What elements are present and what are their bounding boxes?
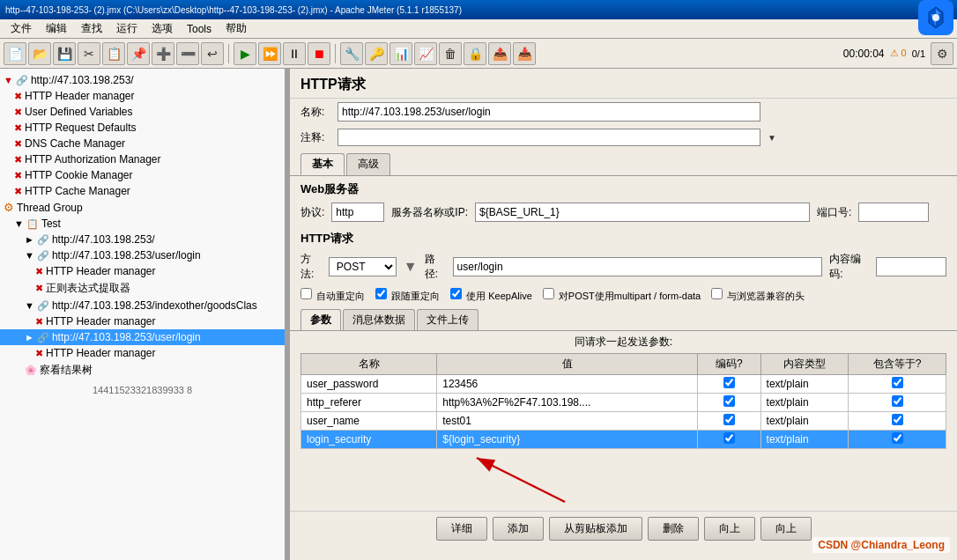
- tree-item-req-goods[interactable]: ▼ 🔗 http://47.103.198.253/indexother/goo…: [0, 298, 285, 313]
- toolbar-settings[interactable]: 🔧: [340, 42, 363, 65]
- param-encode-3[interactable]: [698, 412, 760, 431]
- toolbar-key[interactable]: 🔑: [365, 42, 388, 65]
- tree-item-header1[interactable]: ✖ HTTP Header manager: [0, 88, 285, 104]
- toolbar-paste[interactable]: 📌: [127, 42, 150, 65]
- toolbar-chart[interactable]: 📊: [389, 42, 412, 65]
- method-select[interactable]: POST GET PUT DELETE: [329, 257, 397, 276]
- toolbar-copy[interactable]: 📋: [102, 42, 125, 65]
- port-input[interactable]: [858, 203, 929, 222]
- tree-item-cookie[interactable]: ✖ HTTP Cookie Manager: [0, 167, 285, 183]
- tab-basic[interactable]: 基本: [300, 153, 345, 175]
- expand-btn[interactable]: ▼: [766, 133, 778, 143]
- opt-keep-alive[interactable]: 使用 KeepAlive: [450, 288, 532, 303]
- param-ctype-3[interactable]: text/plain: [760, 412, 849, 431]
- menu-edit[interactable]: 编辑: [39, 19, 74, 38]
- param-encode-2[interactable]: [698, 394, 760, 412]
- btn-up[interactable]: 向上: [704, 517, 755, 541]
- tree-item-root[interactable]: ▼ 🔗 http://47.103.198.253/: [0, 72, 285, 88]
- toolbar-play[interactable]: ▶: [234, 42, 256, 65]
- toolbar-download[interactable]: 📥: [513, 42, 536, 65]
- path-input[interactable]: [453, 257, 823, 276]
- opt-browser-compat[interactable]: 与浏览器兼容的头: [711, 288, 805, 303]
- tree-item-header3[interactable]: ✖ HTTP Header manager: [0, 313, 285, 329]
- toolbar-expand[interactable]: ➕: [152, 42, 174, 65]
- param-name-2[interactable]: http_referer: [301, 394, 437, 412]
- param-value-2[interactable]: http%3A%2F%2F47.103.198....: [437, 394, 698, 412]
- menu-find[interactable]: 查找: [74, 19, 109, 38]
- param-ctype-1[interactable]: text/plain: [760, 375, 849, 394]
- chk-follow-redirect[interactable]: [375, 288, 387, 299]
- btn-delete[interactable]: 删除: [648, 517, 699, 541]
- param-eq-1[interactable]: [849, 375, 946, 394]
- param-value-1[interactable]: 123456: [437, 375, 698, 394]
- tree-item-udv[interactable]: ✖ User Defined Variables: [0, 104, 285, 120]
- toolbar-save[interactable]: 💾: [53, 42, 76, 65]
- tree-item-auth[interactable]: ✖ HTTP Authorization Manager: [0, 151, 285, 167]
- params-tab-body[interactable]: 消息体数据: [343, 309, 415, 330]
- tree-item-req-login-selected[interactable]: ► 🔗 http://47.103.198.253/user/login: [0, 329, 285, 345]
- btn-detail[interactable]: 详细: [436, 517, 487, 541]
- opt-multipart[interactable]: 对POST使用multipart / form-data: [543, 288, 701, 303]
- toolbar-upload[interactable]: 📤: [488, 42, 511, 65]
- tree-item-thread-group[interactable]: ⚙ Thread Group: [0, 199, 285, 216]
- toolbar-collapse[interactable]: ➖: [176, 42, 199, 65]
- opt-follow-redirect[interactable]: 跟随重定向: [375, 288, 440, 303]
- content-enc-input[interactable]: [876, 257, 946, 276]
- param-ctype-4[interactable]: text/plain: [760, 431, 849, 449]
- chk-browser-compat[interactable]: [711, 288, 723, 299]
- param-value-3[interactable]: test01: [437, 412, 698, 431]
- toolbar-undo[interactable]: ↩: [201, 42, 224, 65]
- param-ctype-2[interactable]: text/plain: [760, 394, 849, 412]
- table-row[interactable]: login_security ${login_security} text/pl…: [301, 431, 946, 449]
- params-tab-files[interactable]: 文件上传: [417, 309, 478, 330]
- menu-run[interactable]: 运行: [109, 19, 145, 38]
- chk-auto-redirect[interactable]: [300, 288, 312, 299]
- tree-item-req-login-parent[interactable]: ▼ 🔗 http://47.103.198.253/user/login: [0, 247, 285, 263]
- param-eq-2[interactable]: [849, 394, 946, 412]
- tree-item-req-defaults[interactable]: ✖ HTTP Request Defaults: [0, 120, 285, 136]
- server-input[interactable]: [475, 203, 810, 222]
- opt-auto-redirect[interactable]: 自动重定向: [300, 288, 365, 303]
- toolbar-cut[interactable]: ✂: [78, 42, 100, 65]
- toolbar-stop[interactable]: ⏹: [308, 42, 330, 65]
- toolbar-graph[interactable]: 📈: [414, 42, 437, 65]
- menu-help[interactable]: 帮助: [219, 19, 254, 38]
- toolbar-pause[interactable]: ⏸: [283, 42, 306, 65]
- table-row[interactable]: http_referer http%3A%2F%2F47.103.198....…: [301, 394, 946, 412]
- param-encode-1[interactable]: [698, 375, 760, 394]
- tree-item-req-root[interactable]: ► 🔗 http://47.103.198.253/: [0, 232, 285, 247]
- menu-tools[interactable]: Tools: [180, 21, 219, 37]
- param-name-1[interactable]: user_password: [301, 375, 437, 394]
- btn-add-clipboard[interactable]: 从剪贴板添加: [549, 517, 642, 541]
- tab-advanced[interactable]: 高级: [346, 153, 390, 175]
- param-name-3[interactable]: user_name: [301, 412, 437, 431]
- tree-item-test[interactable]: ▼ 📋 Test: [0, 216, 285, 232]
- chk-multipart[interactable]: [543, 288, 554, 299]
- param-name-4[interactable]: login_security: [301, 431, 437, 449]
- menu-options[interactable]: 选项: [145, 19, 180, 38]
- btn-add[interactable]: 添加: [493, 517, 544, 541]
- btn-down[interactable]: 向上: [760, 517, 812, 541]
- param-eq-4[interactable]: [849, 431, 946, 449]
- tree-item-regex[interactable]: ✖ 正则表达式提取器: [0, 279, 285, 298]
- comment-input[interactable]: [338, 129, 760, 146]
- table-row[interactable]: user_password 123456 text/plain: [301, 375, 946, 394]
- param-encode-4[interactable]: [698, 431, 760, 449]
- tree-item-cache[interactable]: ✖ HTTP Cache Manager: [0, 183, 285, 199]
- protocol-input[interactable]: [331, 203, 384, 222]
- tree-item-dns[interactable]: ✖ DNS Cache Manager: [0, 136, 285, 151]
- toolbar-open[interactable]: 📂: [28, 42, 51, 65]
- params-tab-params[interactable]: 参数: [300, 309, 341, 330]
- tree-item-view-results[interactable]: 🌸 察看结果树: [0, 361, 285, 379]
- chk-keep-alive[interactable]: [450, 288, 462, 299]
- param-value-4[interactable]: ${login_security}: [437, 431, 698, 449]
- toolbar-config[interactable]: ⚙: [931, 42, 953, 65]
- menu-file[interactable]: 文件: [4, 19, 39, 38]
- table-row[interactable]: user_name test01 text/plain: [301, 412, 946, 431]
- tree-item-header2[interactable]: ✖ HTTP Header manager: [0, 263, 285, 279]
- toolbar-new[interactable]: 📄: [4, 42, 26, 65]
- toolbar-delete[interactable]: 🗑: [439, 42, 462, 65]
- name-input[interactable]: [338, 102, 760, 122]
- param-eq-3[interactable]: [849, 412, 946, 431]
- toolbar-play-no-pause[interactable]: ⏩: [258, 42, 281, 65]
